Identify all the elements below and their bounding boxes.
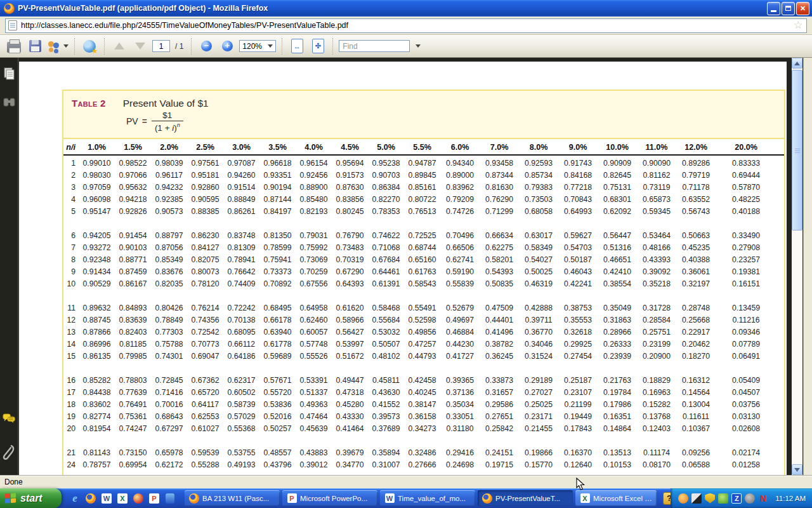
security-shield-icon[interactable]	[705, 493, 715, 504]
clock: 11:12 AM	[775, 495, 806, 502]
save-button[interactable]	[26, 37, 44, 55]
pv-value-cell: 0.45235	[676, 242, 716, 254]
column-header-corner: n/i	[65, 139, 79, 156]
update-green-icon[interactable]	[718, 493, 728, 504]
access-key-icon[interactable]	[133, 493, 144, 504]
next-page-button[interactable]	[131, 37, 149, 55]
url-text[interactable]: http://classes.lanecc.edu/file.php/24555…	[21, 21, 792, 30]
word-icon[interactable]: W	[101, 493, 112, 504]
url-field[interactable]: http://classes.lanecc.edu/file.php/24555…	[5, 18, 807, 33]
scroll-up-icon	[794, 62, 800, 65]
zoom-in-button[interactable]: +	[218, 37, 236, 55]
pv-value-cell: 0.50187	[558, 254, 598, 266]
scrollbar-thumb[interactable]	[792, 70, 802, 231]
restore-button[interactable]	[782, 2, 795, 15]
pages-icon[interactable]	[3, 67, 16, 82]
taskbar-button-excel[interactable]: X Microsoft Excel - r...	[575, 490, 657, 506]
pv-value-cell: 0.62741	[440, 254, 480, 266]
previous-page-button[interactable]	[110, 37, 128, 55]
pv-value-cell: 0.94340	[440, 157, 480, 170]
scroll-down-button[interactable]	[792, 464, 802, 475]
table-title: Present Value of $1	[123, 98, 209, 109]
messenger-face-icon[interactable]	[678, 493, 688, 504]
pv-value-cell: 0.88771	[115, 254, 151, 266]
powerpoint-icon[interactable]: P	[148, 493, 160, 504]
find-input[interactable]: Find	[339, 40, 410, 52]
pv-value-cell: 0.50507	[368, 338, 404, 351]
pv-value-cell: 0.83748	[223, 230, 259, 242]
pv-value-cell: 0.94218	[115, 194, 151, 206]
pv-value-cell: 0.94260	[223, 170, 259, 182]
minimize-icon	[771, 10, 776, 12]
pv-value-cell: 0.67290	[332, 266, 368, 278]
pv-value-cell: 0.57870	[716, 182, 784, 194]
binoculars-icon[interactable]	[3, 95, 16, 110]
windows-messenger-icon[interactable]	[164, 493, 176, 504]
print-button[interactable]	[5, 37, 23, 55]
pv-value-cell: 0.27027	[519, 387, 558, 399]
vertical-scrollbar[interactable]	[792, 58, 802, 475]
pv-value-cell: 0.44401	[480, 314, 519, 326]
table-row: 210.811430.731500.659780.595390.537550.4…	[63, 447, 784, 459]
pv-value-cell: 0.82270	[368, 194, 404, 206]
pv-value-cell: 0.54027	[519, 254, 558, 266]
pv-table-container: Table 2 Present Value of $1 PV = $1 (1 +…	[62, 90, 785, 475]
fit-width-button[interactable]: ↔	[288, 37, 306, 55]
pv-value-cell: 0.66634	[480, 230, 519, 242]
attachments-icon[interactable]	[3, 443, 16, 462]
scroll-up-button[interactable]	[792, 58, 802, 69]
pv-value-cell: 0.17843	[558, 423, 598, 435]
pv-value-cell: 0.52598	[404, 314, 440, 326]
find-dropdown-icon[interactable]	[416, 44, 421, 48]
pv-value-cell: 0.25842	[480, 423, 519, 435]
pv-value-cell: 0.96117	[151, 170, 187, 182]
pv-value-cell: 0.90573	[151, 206, 187, 218]
formula-equals: =	[142, 116, 147, 126]
table-row: 180.836020.764910.700160.641170.587390.5…	[63, 399, 784, 411]
display-icon[interactable]	[691, 493, 702, 504]
pv-value-cell: 0.67362	[187, 375, 223, 387]
column-header: 7.0%	[480, 139, 519, 156]
volume-icon[interactable]	[745, 493, 755, 504]
taskbar-button-ba213[interactable]: BA 213 W11 (Pasc...	[185, 490, 280, 506]
fit-page-button[interactable]: ✣	[309, 37, 327, 55]
pv-value-cell: 0.64461	[368, 266, 404, 278]
internet-explorer-icon[interactable]: e	[69, 493, 81, 504]
taskbar-button-powerpoint[interactable]: P Microsoft PowerPo...	[282, 490, 377, 506]
pv-value-cell: 0.59627	[558, 230, 598, 242]
comments-icon[interactable]	[3, 411, 16, 426]
pv-value-cell: 0.23257	[716, 254, 784, 266]
pv-value-cell: 0.68744	[404, 242, 440, 254]
pv-value-cell: 0.45280	[332, 399, 368, 411]
pv-value-cell: 0.65873	[637, 194, 676, 206]
pv-value-cell: 0.65720	[187, 387, 223, 399]
excel-icon[interactable]: X	[117, 493, 128, 504]
taskbar-button-pv-pdf[interactable]: PV-PresentValueT...	[478, 490, 573, 506]
pv-value-cell: 0.46651	[598, 254, 637, 266]
pv-value-cell: 0.85282	[79, 375, 115, 387]
pv-value-cell: 0.15770	[519, 459, 558, 471]
pv-value-cell: 0.61027	[187, 423, 223, 435]
minimize-button[interactable]	[767, 2, 780, 15]
restore-icon	[785, 6, 791, 11]
pv-value-cell: 0.55684	[368, 314, 404, 326]
bookmark-star-icon[interactable]: ☆	[792, 20, 804, 31]
pv-value-cell: 0.69047	[187, 351, 223, 363]
pv-value-cell: 0.73150	[115, 447, 151, 459]
firefox-icon[interactable]	[85, 493, 96, 504]
start-label: start	[20, 493, 43, 504]
taskbar-button-word[interactable]: W Time_value_of_mo...	[380, 490, 475, 506]
norton-icon[interactable]: N	[758, 493, 768, 504]
close-button[interactable]: ✕	[796, 2, 809, 15]
page-number-input[interactable]	[152, 40, 170, 52]
start-button[interactable]: start	[0, 488, 62, 508]
share-web-button[interactable]	[81, 37, 98, 55]
zoom-level-select[interactable]: 120%	[239, 40, 276, 52]
table-header-band: Table 2 Present Value of $1 PV = $1 (1 +…	[63, 91, 784, 139]
zoom-out-button[interactable]: −	[197, 37, 215, 55]
pv-value-cell: 0.62092	[598, 206, 637, 218]
collaborate-button[interactable]	[47, 37, 69, 55]
pv-value-cell: 0.91434	[79, 266, 115, 278]
column-header: 3.0%	[223, 139, 259, 156]
zoom-level-value: 120%	[242, 42, 262, 51]
